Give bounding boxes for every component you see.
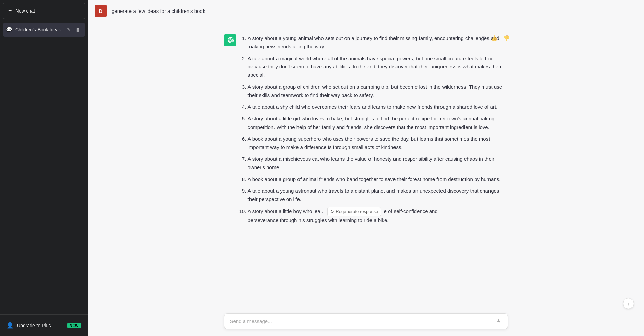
list-item: A story about a little girl who loves to… [248, 115, 508, 132]
response-list: A story about a young animal who sets ou… [241, 34, 508, 225]
message-input[interactable] [230, 318, 495, 324]
input-box: ➤ [224, 313, 508, 329]
input-area: ➤ [88, 309, 644, 336]
user-avatar: D [95, 5, 107, 17]
chat-item-left: 💬 Children's Book Ideas [6, 27, 66, 33]
user-message-text: generate a few ideas for a children's bo… [112, 8, 205, 14]
sidebar: + New chat 💬 Children's Book Ideas ✎ 🗑 👤… [0, 0, 88, 336]
chat-history: 💬 Children's Book Ideas ✎ 🗑 [0, 22, 88, 314]
list-item: A story about a little boy who lea... ↻ … [248, 207, 508, 225]
openai-icon [226, 37, 234, 44]
new-chat-label: New chat [16, 8, 35, 14]
send-icon: ➤ [494, 317, 503, 326]
list-item: A story about a mischievous cat who lear… [248, 155, 508, 172]
thumbs-up-button[interactable]: 👍 [489, 33, 499, 43]
list-item: A tale about a shy child who overcomes t… [248, 103, 508, 111]
upgrade-label: Upgrade to Plus [17, 323, 51, 328]
item-10-partial-text: A story about a little boy who lea... [248, 208, 325, 214]
list-item: A book about a group of animal friends w… [248, 175, 508, 184]
ai-response-actions: ⎘ 👍 👎 [480, 33, 511, 43]
list-item: A story about a group of children who se… [248, 83, 508, 100]
new-chat-button[interactable]: + New chat [3, 3, 85, 19]
item-10-rest-text: e of self-confidence and [384, 208, 438, 214]
delete-chat-button[interactable]: 🗑 [74, 26, 82, 33]
list-item: A story about a young animal who sets ou… [248, 34, 508, 51]
chat-item-childrens-book-ideas[interactable]: 💬 Children's Book Ideas ✎ 🗑 [3, 23, 85, 37]
thumbup-icon: 👍 [491, 35, 498, 41]
list-item: A tale about a young astronaut who trave… [248, 187, 508, 204]
user-message-bar: D generate a few ideas for a children's … [88, 0, 644, 22]
upgrade-to-plus-button[interactable]: 👤 Upgrade to Plus NEW [3, 319, 85, 332]
item-10-last-line: perseverance through his struggles with … [248, 217, 389, 223]
ai-response-content: A story about a young animal who sets ou… [241, 34, 508, 228]
list-item: A tale about a magical world where all o… [248, 54, 508, 80]
chat-item-label: Children's Book Ideas [15, 27, 61, 32]
copy-icon: ⎘ [482, 35, 485, 41]
list-item: A book about a young superhero who uses … [248, 135, 508, 152]
scroll-down-icon: ↓ [627, 301, 630, 306]
plus-icon: + [8, 8, 12, 14]
chat-bubble-icon: 💬 [6, 27, 13, 33]
send-button[interactable]: ➤ [495, 318, 502, 325]
edit-chat-button[interactable]: ✎ [66, 26, 72, 33]
scroll-bottom-button[interactable]: ↓ [623, 298, 634, 309]
thumbs-down-button[interactable]: 👎 [501, 33, 511, 43]
copy-button[interactable]: ⎘ [480, 33, 487, 43]
new-badge: NEW [67, 323, 81, 328]
ai-avatar [224, 34, 236, 46]
response-area: A story about a young animal who sets ou… [88, 22, 644, 336]
thumbdown-icon: 👎 [503, 35, 510, 41]
user-icon: 👤 [7, 322, 14, 329]
chat-item-actions: ✎ 🗑 [66, 26, 82, 33]
sidebar-bottom: 👤 Upgrade to Plus NEW [0, 314, 88, 336]
main-content: D generate a few ideas for a children's … [88, 0, 644, 336]
item-10-regenerate-inline: ↻ Regenerate response [327, 207, 381, 216]
ai-response-block: A story about a young animal who sets ou… [214, 29, 518, 233]
